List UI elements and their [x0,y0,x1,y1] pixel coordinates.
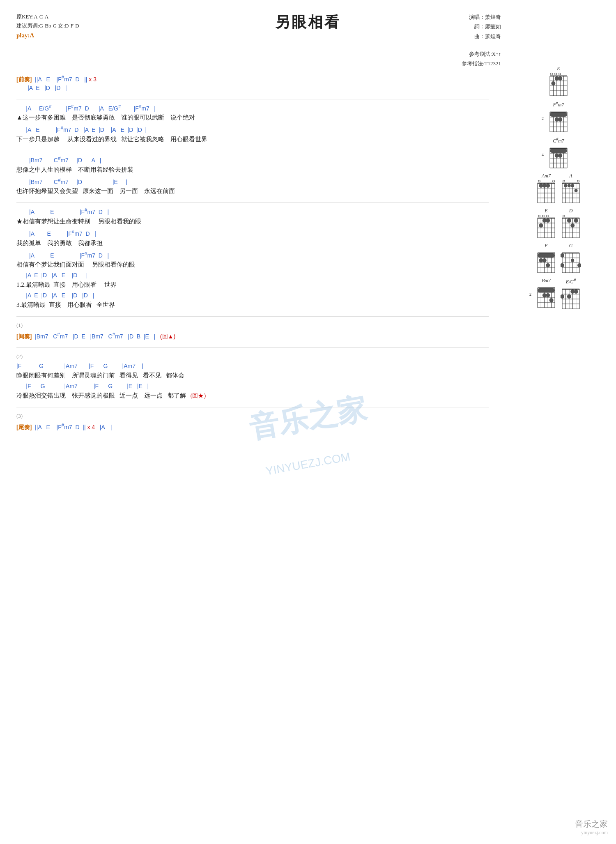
section3: (3) [尾奏] ||A E |F#m7 D || x 4 |A | [16,411,489,432]
chorus-chord5: |A E |D |A E |D |D | [16,291,489,300]
s2-chord2: |F G |Am7 |F G |E |E | [16,382,489,391]
svg-point-111 [570,223,575,228]
svg-point-78 [568,184,571,187]
section3-label: (3) [16,411,489,421]
s2-lyric1: 睁眼闭眼有何差别 所谓灵魂的门前 看得见 看不见 都体会 [16,370,489,380]
v1-chord1: |A E/G# |F#m7 D |A E/G# |F#m7 | [16,103,489,113]
svg-rect-154 [538,288,555,292]
svg-point-169 [561,294,564,299]
prelude-chord-line2: |A E |D |D | [16,84,489,92]
chord-F: F [536,243,556,274]
svg-point-15 [551,81,555,85]
chorus-section: |A E |F#m7 D | ★相信有梦想让生命变特别 另眼相看我的眼 |A E… [16,206,489,310]
svg-point-17 [558,76,562,80]
pc-lyric1: 想像之中人生的模样 不断用着经验去拼装 [16,165,489,175]
main-content: [前奏] ||A E |F#m7 D || x 3 |A E |D |D | |… [16,74,489,432]
chord-D: D [561,208,581,239]
chorus-chord2: |A E |F#m7 D | [16,228,489,238]
svg-point-2 [559,73,561,75]
chorus-lyric4: 1.2.最清晰最 直接 用心眼看 世界 [16,280,489,290]
interlude1-chords: [间奏] |Bm7 C#m7 |D E |Bm7 C#m7 |D B |E | … [16,331,489,341]
pc-chord1: |Bm7 C#m7 |D A | [16,154,489,165]
fingerpick-pattern: 参考指法:T12321 [462,59,501,68]
singer: 演唱：萧煌奇 [469,12,501,22]
chord-E2: E [536,208,556,239]
footer-logo-cn: 音乐之家 [575,819,608,830]
svg-point-63 [546,184,550,188]
chorus-lyric5: 3.最清晰最 直接 用心眼看 全世界 [16,300,489,310]
svg-point-80 [575,189,578,192]
meta-left: 原KEY:A-C-A 建议男调:G-Bb-G 女:D-F-D play:A [16,12,79,41]
svg-point-127 [546,263,550,267]
svg-point-79 [571,184,574,187]
suggested-key: 建议男调:G-Bb-G 女:D-F-D [16,21,79,30]
svg-point-97 [546,218,550,223]
svg-point-157 [549,298,554,302]
svg-point-126 [542,258,547,262]
play-key: play:A [16,30,79,41]
chord-diagrams: E [505,66,612,310]
pc-chord2: |Bm7 C#m7 |D |E | [16,176,489,186]
song-title: 另眼相看 [16,12,600,32]
composer: 曲：萧煌奇 [469,32,501,41]
svg-point-141 [577,263,581,267]
section2-label: (2) [16,351,489,362]
chorus-chord1: |A E |F#m7 D | [16,206,489,216]
svg-point-140 [571,259,574,262]
chord-G: G [561,243,581,274]
svg-rect-30 [550,113,567,117]
chord-Am7: Am7 [536,173,556,205]
s2-chord1: |F G |Am7 |F G |Am7 | [16,362,489,370]
svg-point-49 [553,180,555,182]
svg-point-64 [563,180,565,182]
svg-point-139 [561,253,564,258]
s2-lyric2: 冷眼热泪交错出现 张开感觉的极限 近一点 远一点 都了解 (回★) [16,391,489,400]
svg-rect-124 [538,253,555,258]
outro-chords: [尾奏] ||A E |F#m7 D || x 4 |A | [16,421,489,432]
lyricist: 詞：廖莹如 [469,22,501,31]
chord-EG-sharp: E/G# [561,278,581,310]
chord-Fsharpm7: F#m7 2 [548,101,569,133]
meta-right: 演唱：萧煌奇 詞：廖莹如 曲：萧煌奇 [469,12,501,41]
svg-point-172 [574,290,578,294]
chord-Bm7: Bm7 2 [536,278,556,310]
svg-point-95 [539,223,543,228]
chord-E: E [548,66,569,97]
svg-point-65 [577,180,579,182]
svg-point-156 [546,293,550,297]
chord-A: A [561,173,581,205]
pc-lyric2: 也许怀抱希望又会失望 原来这一面 另一面 永远在前面 [16,186,489,196]
chorus-lyric3: 相信有个梦让我们面对面 另眼相看你的眼 [16,260,489,269]
strumming-info: 参考刷法:X↑↑ 参考指法:T12321 [462,49,501,69]
v1-lyric2: 下一步只是超越 从来没看过的界线 就让它被我忽略 用心眼看世界 [16,134,489,144]
chorus-lyric2: 我的孤单 我的勇敢 我都承担 [16,238,489,248]
svg-point-112 [574,218,578,223]
svg-point-81 [538,215,540,217]
svg-point-32 [558,117,562,122]
chorus-lyric1: ★相信有梦想让生命变特别 另眼相看我的眼 [16,216,489,226]
svg-point-98 [563,215,565,217]
svg-point-0 [551,73,553,75]
svg-point-47 [558,154,562,158]
svg-rect-45 [550,149,567,153]
section1: (1) [间奏] |Bm7 C#m7 |D E |Bm7 C#m7 |D B |… [16,320,489,341]
svg-point-1 [555,73,557,75]
verse1-section: |A E/G# |F#m7 D |A E/G# |F#m7 | ▲这一步有多困难… [16,103,489,144]
svg-point-77 [564,184,567,187]
v1-chord2: |A E |F#m7 D |A E |D |A E |D |D | [16,124,489,134]
section1-label: (1) [16,320,489,331]
svg-point-110 [567,218,571,223]
strum-pattern: 参考刷法:X↑↑ [462,49,501,59]
chorus-chord3: |A E |F#m7 D | [16,250,489,260]
svg-point-142 [561,263,564,267]
chorus-chord4: |A E |D |A E |D | [16,271,489,280]
footer-logo-url: yinyuezj.com [575,830,608,836]
prelude-section: [前奏] ||A E |F#m7 D || x 3 |A E |D |D | [16,74,489,92]
footer-logo: 音乐之家 yinyuezj.com [575,819,608,836]
section2: (2) |F G |Am7 |F G |Am7 | 睁眼闭眼有何差别 所谓灵魂的… [16,351,489,400]
watermark-sub: YINYUEZJ.COM [265,450,352,478]
svg-point-170 [567,294,571,299]
svg-point-48 [538,180,540,182]
prechorus-section: |Bm7 C#m7 |D A | 想像之中人生的模样 不断用着经验去拼装 |Bm… [16,154,489,196]
prelude-chord-line1: [前奏] ||A E |F#m7 D || x 3 [16,74,489,84]
